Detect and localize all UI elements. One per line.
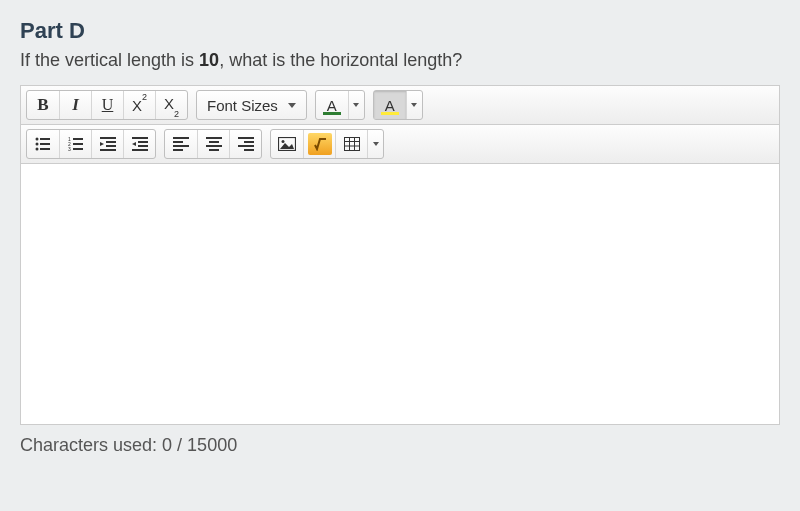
subscript-icon: X2 <box>164 95 179 115</box>
svg-rect-30 <box>238 137 254 139</box>
answer-textarea[interactable] <box>21 164 779 424</box>
svg-rect-15 <box>106 145 116 147</box>
svg-rect-5 <box>40 148 50 150</box>
char-count-max: 15000 <box>187 435 237 455</box>
svg-rect-24 <box>173 145 189 147</box>
svg-rect-25 <box>173 149 183 151</box>
insert-table-button[interactable] <box>335 130 367 158</box>
chevron-down-icon <box>411 103 417 107</box>
svg-rect-37 <box>344 138 359 151</box>
char-count-prefix: Characters used: <box>20 435 162 455</box>
question-suffix: , what is the horizontal length? <box>219 50 462 70</box>
question-prefix: If the vertical length is <box>20 50 199 70</box>
insert-group <box>270 129 384 159</box>
svg-rect-7 <box>73 138 83 140</box>
bold-icon: B <box>37 95 48 115</box>
align-right-button[interactable] <box>229 130 261 158</box>
part-title: Part D <box>20 18 780 44</box>
superscript-button[interactable]: X2 <box>123 91 155 119</box>
outdent-button[interactable] <box>123 130 155 158</box>
highlight-color-swatch <box>381 112 399 115</box>
highlight-color-dropdown[interactable] <box>406 91 422 119</box>
svg-rect-29 <box>209 149 219 151</box>
svg-marker-13 <box>100 142 104 146</box>
chevron-down-icon <box>353 103 359 107</box>
svg-marker-36 <box>280 143 294 149</box>
svg-rect-16 <box>100 149 116 151</box>
svg-point-0 <box>36 138 39 141</box>
svg-text:3: 3 <box>68 146 71 151</box>
underline-button[interactable]: U <box>91 91 123 119</box>
svg-rect-21 <box>132 149 148 151</box>
text-color-swatch <box>323 112 341 115</box>
char-count-sep: / <box>172 435 187 455</box>
indent-icon <box>100 137 116 151</box>
font-sizes-dropdown[interactable]: Font Sizes <box>197 91 306 119</box>
fontsize-group: Font Sizes <box>196 90 307 120</box>
svg-rect-11 <box>73 148 83 150</box>
bold-button[interactable]: B <box>27 91 59 119</box>
numbered-list-button[interactable]: 1 2 3 <box>59 130 91 158</box>
svg-rect-31 <box>244 141 254 143</box>
svg-rect-27 <box>209 141 219 143</box>
svg-rect-22 <box>173 137 189 139</box>
font-sizes-label: Font Sizes <box>207 97 278 114</box>
toolbar-row-1: B I U X2 X2 Font Sizes A A <box>21 86 779 125</box>
format-group: B I U X2 X2 <box>26 90 188 120</box>
align-left-button[interactable] <box>165 130 197 158</box>
bullet-list-button[interactable] <box>27 130 59 158</box>
bullet-list-icon <box>35 137 51 151</box>
svg-point-35 <box>282 140 285 143</box>
list-group: 1 2 3 <box>26 129 156 159</box>
chevron-down-icon <box>288 103 296 108</box>
toolbar-row-2: 1 2 3 <box>21 125 779 164</box>
align-group <box>164 129 262 159</box>
italic-icon: I <box>72 95 79 115</box>
chevron-down-icon <box>373 142 379 146</box>
svg-rect-20 <box>138 145 148 147</box>
question-text: If the vertical length is 10, what is th… <box>20 50 780 71</box>
backcolor-group: A <box>373 90 423 120</box>
indent-button[interactable] <box>91 130 123 158</box>
svg-rect-32 <box>238 145 254 147</box>
question-value: 10 <box>199 50 219 70</box>
svg-point-2 <box>36 143 39 146</box>
outdent-icon <box>132 137 148 151</box>
svg-rect-23 <box>173 141 183 143</box>
italic-button[interactable]: I <box>59 91 91 119</box>
numbered-list-icon: 1 2 3 <box>68 137 84 151</box>
text-color-button[interactable]: A <box>316 91 348 119</box>
highlight-color-icon: A <box>385 97 395 114</box>
table-dropdown[interactable] <box>367 130 383 158</box>
svg-rect-1 <box>40 138 50 140</box>
svg-marker-18 <box>132 142 136 146</box>
text-color-dropdown[interactable] <box>348 91 364 119</box>
character-count: Characters used: 0 / 15000 <box>20 435 780 456</box>
text-color-icon: A <box>327 97 337 114</box>
align-center-button[interactable] <box>197 130 229 158</box>
svg-rect-12 <box>100 137 116 139</box>
svg-rect-14 <box>106 141 116 143</box>
svg-rect-26 <box>206 137 222 139</box>
equation-icon <box>308 133 332 155</box>
underline-icon: U <box>102 96 114 114</box>
svg-rect-28 <box>206 145 222 147</box>
svg-rect-33 <box>244 149 254 151</box>
highlight-color-button[interactable]: A <box>374 91 406 119</box>
insert-image-button[interactable] <box>271 130 303 158</box>
image-icon <box>278 137 296 151</box>
insert-equation-button[interactable] <box>303 130 335 158</box>
svg-point-4 <box>36 148 39 151</box>
table-icon <box>344 137 360 151</box>
align-right-icon <box>238 137 254 151</box>
svg-rect-19 <box>138 141 148 143</box>
rich-text-editor: B I U X2 X2 Font Sizes A A <box>20 85 780 425</box>
superscript-icon: X2 <box>132 97 147 114</box>
subscript-button[interactable]: X2 <box>155 91 187 119</box>
forecolor-group: A <box>315 90 365 120</box>
svg-rect-17 <box>132 137 148 139</box>
align-left-icon <box>173 137 189 151</box>
align-center-icon <box>206 137 222 151</box>
svg-rect-9 <box>73 143 83 145</box>
svg-rect-3 <box>40 143 50 145</box>
